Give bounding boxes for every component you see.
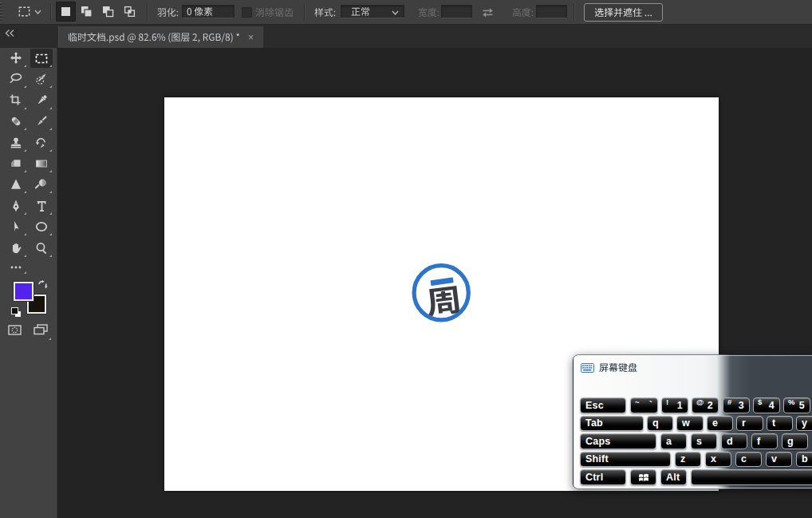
swap-dimensions-icon[interactable] (481, 6, 495, 21)
osk-key-g[interactable]: g (782, 433, 808, 449)
key-shift-label: ~ (635, 397, 640, 406)
intersect-selection-icon (124, 6, 136, 18)
osk-key-b[interactable]: b (796, 452, 812, 468)
tool-quick-selection[interactable] (30, 69, 53, 89)
tool-preset-button[interactable] (10, 2, 49, 21)
document-tab[interactable]: × (58, 26, 264, 48)
default-colors-button[interactable] (11, 307, 21, 317)
osk-key-windows-logo[interactable] (630, 469, 656, 485)
anti-alias-checkbox[interactable] (242, 7, 252, 18)
spot-healing-brush-icon (9, 114, 23, 129)
tool-pen[interactable] (5, 196, 27, 216)
osk-key-ctrl[interactable]: Ctrl (580, 469, 626, 485)
feather-label (157, 6, 179, 19)
osk-titlebar[interactable] (581, 362, 637, 374)
osk-key-c[interactable]: c (735, 452, 762, 468)
tab-close-button[interactable]: × (248, 33, 254, 42)
tool-clone-stamp[interactable] (5, 133, 27, 152)
double-chevron-left-icon (4, 29, 15, 38)
osk-key-esc[interactable]: Esc (580, 397, 626, 413)
key-label: d (727, 436, 733, 447)
osk-key-s[interactable]: s (691, 433, 717, 449)
key-shift-label: ! (666, 397, 668, 406)
gradient-icon (34, 156, 49, 171)
tool-zoom[interactable] (30, 239, 53, 258)
key-label: x (711, 453, 716, 465)
collapse-panels-button[interactable] (4, 26, 15, 41)
feather-input[interactable] (182, 5, 235, 18)
tool-dodge[interactable] (30, 175, 53, 194)
horizontal-type-icon (34, 199, 49, 213)
osk-key-3[interactable]: #3 (723, 397, 750, 413)
mode-add-to-selection[interactable] (77, 2, 97, 22)
mode-intersect-selection[interactable] (120, 2, 140, 22)
osk-key-x[interactable]: x (705, 452, 731, 468)
osk-key-f[interactable]: f (751, 433, 778, 449)
flyout-corner (24, 271, 26, 274)
options-bar (0, 0, 812, 25)
tool-gradient[interactable] (30, 154, 53, 173)
mode-new-selection[interactable] (56, 2, 76, 22)
osk-key-r[interactable]: r (736, 416, 763, 432)
tool-brush[interactable] (30, 112, 53, 131)
tool-path-selection[interactable] (5, 217, 27, 236)
on-screen-keyboard[interactable]: Esc~`!1@2#3$4%5^6&7TabqwertyuCapsasdfghS… (573, 354, 812, 489)
tool-eyedropper[interactable] (30, 91, 53, 110)
osk-key-4[interactable]: $4 (753, 397, 780, 413)
new-selection-icon (60, 6, 72, 18)
flyout-corner (49, 338, 51, 340)
tool-lasso[interactable] (5, 69, 27, 89)
osk-key-y[interactable]: y (796, 416, 812, 432)
osk-key-q[interactable]: q (647, 416, 673, 432)
separator (574, 3, 575, 20)
osk-key-a[interactable]: a (660, 433, 687, 449)
width-input[interactable] (441, 5, 472, 18)
select-and-mask-button[interactable] (584, 3, 663, 22)
flyout-corner (49, 128, 52, 130)
osk-key-2[interactable]: @2 (692, 397, 719, 413)
tool-spot-healing-brush[interactable] (5, 112, 27, 131)
tool-hand[interactable] (5, 239, 27, 258)
flyout-corner (24, 170, 26, 172)
ellipse-icon (34, 219, 49, 234)
key-label: s (696, 436, 702, 447)
style-select[interactable] (341, 5, 404, 18)
tool-crop[interactable] (5, 91, 27, 110)
height-input[interactable] (536, 5, 567, 18)
osk-key-d[interactable]: d (721, 433, 747, 449)
foreground-color-swatch[interactable] (14, 282, 34, 301)
tool-move[interactable] (5, 49, 27, 68)
osk-key-v[interactable]: v (766, 452, 792, 468)
key-label: a (666, 436, 672, 447)
tool-eraser[interactable] (5, 154, 27, 173)
tool-horizontal-type[interactable] (30, 196, 53, 216)
screen-mode-button[interactable] (34, 324, 49, 338)
osk-key-w[interactable]: w (676, 416, 704, 432)
flyout-corner (24, 85, 26, 88)
osk-key-5[interactable]: %5 (783, 397, 810, 413)
tool-blur[interactable] (5, 175, 27, 194)
osk-key-shift[interactable]: Shift (580, 452, 671, 468)
key-label: Shift (585, 453, 609, 465)
osk-key-alt[interactable]: Alt (660, 469, 687, 485)
width-label (418, 6, 440, 19)
mode-subtract-from-selection[interactable] (98, 2, 118, 22)
osk-key-`[interactable]: ~` (630, 397, 658, 413)
osk-key-caps[interactable]: Caps (580, 433, 656, 449)
osk-key-tab[interactable]: Tab (580, 416, 644, 432)
tool-ellipse[interactable] (30, 217, 53, 236)
osk-key-1[interactable]: !1 (661, 397, 688, 413)
osk-key-space[interactable] (691, 469, 812, 485)
swap-colors-button[interactable] (37, 279, 48, 294)
quick-mask-button[interactable] (8, 324, 22, 338)
osk-key-z[interactable]: z (675, 452, 701, 468)
key-shift-label: @ (696, 397, 704, 406)
key-label: 3 (739, 400, 744, 411)
key-label: 4 (769, 400, 775, 411)
photoshop-window: { "window": { "app": "Adobe Photoshop", … (0, 0, 812, 518)
osk-key-t[interactable]: t (767, 416, 793, 432)
osk-key-e[interactable]: e (707, 416, 733, 432)
tool-history-brush[interactable] (30, 133, 53, 152)
tool-rectangular-marquee[interactable] (30, 49, 53, 68)
tool-more-tools[interactable] (5, 260, 27, 275)
